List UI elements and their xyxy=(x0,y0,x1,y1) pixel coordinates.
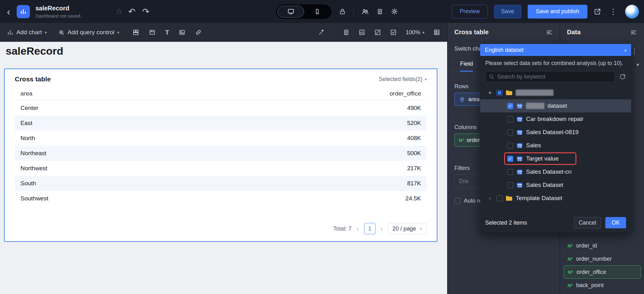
triangle-up-icon: ▴ xyxy=(625,48,626,52)
current-page-button[interactable]: 1 xyxy=(364,223,375,234)
tree-dataset-item[interactable]: Sales Dataset-0819 xyxy=(480,126,631,139)
chevron-down-icon[interactable]: ▾ xyxy=(636,62,639,68)
cancel-button[interactable]: Cancel xyxy=(574,217,601,228)
folder-icon xyxy=(506,195,513,201)
theme-icon[interactable] xyxy=(318,29,325,36)
cell-value: 490K xyxy=(407,105,421,112)
next-page-button[interactable]: › xyxy=(380,224,383,233)
auto-refresh-checkbox[interactable] xyxy=(454,198,460,204)
tree-folder-root[interactable]: ▾ xyxy=(480,86,631,99)
checkbox-tool-icon[interactable] xyxy=(390,29,397,36)
data-panel-header: Data xyxy=(560,23,644,42)
collaboration-icon[interactable] xyxy=(361,8,369,15)
dataset-label: Template Dataset xyxy=(516,195,562,202)
table-row: South 817K xyxy=(15,176,427,191)
user-avatar[interactable] xyxy=(625,5,639,19)
watermark-icon[interactable] xyxy=(374,29,381,36)
location-pin-icon xyxy=(459,96,465,103)
field-name: order_office xyxy=(576,269,606,275)
dashboard-canvas: saleRecord Cross table Selected fields(2… xyxy=(0,42,447,294)
dataset-label: Sales xyxy=(526,142,541,149)
redo-button[interactable]: ↷ xyxy=(141,7,151,17)
checkbox-unchecked[interactable] xyxy=(497,195,502,201)
grid-table-icon[interactable] xyxy=(433,29,440,36)
layout-icon[interactable] xyxy=(132,29,139,36)
dataset-hint-text: Please select data sets for combined ana… xyxy=(480,56,631,67)
mobile-toggle[interactable] xyxy=(304,6,330,18)
panel-settings-icon[interactable] xyxy=(546,29,553,36)
tree-dataset-item-target-value[interactable]: Target value xyxy=(480,152,631,165)
checkbox-unchecked[interactable] xyxy=(507,129,513,135)
chevron-right-icon[interactable]: › xyxy=(486,195,493,201)
prev-page-button[interactable]: ‹ xyxy=(357,224,359,233)
tree-dataset-item[interactable]: Sales xyxy=(480,139,631,152)
cell-area: Northeast xyxy=(20,150,46,157)
page-size-select[interactable]: 20 / page ▾ xyxy=(388,223,426,234)
checkbox-unchecked[interactable] xyxy=(507,182,513,188)
selected-count: Selected 2 items xyxy=(485,220,527,226)
favorite-star-icon[interactable]: ☆ xyxy=(115,7,123,16)
cross-table-widget[interactable]: Cross table Selected fields(2) ▾ area or… xyxy=(4,68,437,242)
undo-button[interactable]: ↶ xyxy=(127,7,137,17)
selected-fields-control[interactable]: Selected fields(2) ▾ xyxy=(379,76,427,83)
add-query-control-button[interactable]: Add query control ▾ xyxy=(58,29,119,36)
tab-field[interactable]: Field xyxy=(460,57,473,72)
tree-dataset-item[interactable]: Sales Dataset xyxy=(480,178,631,192)
column-header: area xyxy=(20,90,32,97)
gear-icon[interactable] xyxy=(391,8,398,15)
tree-folder-collapsed[interactable]: › Template Dataset xyxy=(480,192,631,205)
field-item[interactable]: Nº order_id xyxy=(564,239,641,252)
widget-header: Cross table Selected fields(2) ▾ xyxy=(5,69,437,87)
checkbox-checked[interactable] xyxy=(507,156,513,162)
checkbox-unchecked[interactable] xyxy=(507,143,513,149)
lock-icon[interactable] xyxy=(339,8,346,15)
ok-button[interactable]: OK xyxy=(605,217,626,228)
clipboard-icon[interactable] xyxy=(376,8,383,15)
dataset-label: dataset xyxy=(547,102,567,109)
checkbox-checked[interactable] xyxy=(507,103,513,109)
data-panel-menu-icon[interactable] xyxy=(630,29,637,36)
save-button[interactable]: Save xyxy=(494,5,521,19)
dataset-icon xyxy=(516,182,523,188)
folder-icon xyxy=(506,90,513,95)
refresh-icon[interactable] xyxy=(619,73,626,80)
config-panel-title: Cross table xyxy=(454,29,489,36)
page-settings-icon[interactable] xyxy=(343,29,350,36)
desktop-icon xyxy=(287,8,294,15)
zoom-control[interactable]: 100% ▾ xyxy=(406,29,425,36)
dataset-select-header[interactable]: English dataset ▴ xyxy=(480,44,631,56)
dialog-footer: Selected 2 items Cancel OK xyxy=(480,213,631,232)
columns-field-name: order xyxy=(467,137,480,144)
link-icon[interactable] xyxy=(195,29,202,36)
checkbox-indeterminate[interactable] xyxy=(497,90,502,96)
app-logo[interactable] xyxy=(17,5,30,18)
image-icon[interactable] xyxy=(179,29,186,36)
tree-dataset-item[interactable]: dataset xyxy=(480,99,631,112)
dashboard-title-block: saleRecord Dashboard not saved. xyxy=(36,5,104,19)
preview-button[interactable]: Preview xyxy=(452,5,488,19)
search-input[interactable] xyxy=(497,74,612,80)
field-item-selected[interactable]: Nº order_office xyxy=(564,265,641,279)
page-size-value: 20 / page xyxy=(392,226,416,232)
checkbox-unchecked[interactable] xyxy=(507,116,513,122)
open-external-icon[interactable] xyxy=(594,8,601,15)
add-chart-button[interactable]: Add chart ▾ xyxy=(7,29,47,36)
chart-board-icon[interactable] xyxy=(358,29,365,36)
widget-title: Cross table xyxy=(15,75,51,83)
text-tool-icon[interactable]: T xyxy=(165,29,169,36)
search-box xyxy=(485,71,615,82)
tree-dataset-item[interactable]: Sales Dataset-cn xyxy=(480,165,631,178)
checkbox-unchecked[interactable] xyxy=(507,169,513,175)
more-menu-button[interactable]: ⋮ xyxy=(608,7,619,16)
measure-icon: Nº xyxy=(568,256,573,262)
field-name: back_point xyxy=(576,282,603,289)
insert-tools: T xyxy=(132,29,202,36)
chevron-down-icon[interactable]: ▾ xyxy=(486,90,493,96)
field-item[interactable]: Nº back_point xyxy=(564,279,641,292)
field-item[interactable]: Nº order_number xyxy=(564,252,641,265)
back-button[interactable]: ‹ xyxy=(5,7,12,17)
save-and-publish-button[interactable]: Save and publish xyxy=(528,5,587,19)
tree-dataset-item[interactable]: Car breakdown repair xyxy=(480,112,631,126)
desktop-toggle[interactable] xyxy=(277,6,304,18)
tab-container-icon[interactable] xyxy=(149,29,156,36)
